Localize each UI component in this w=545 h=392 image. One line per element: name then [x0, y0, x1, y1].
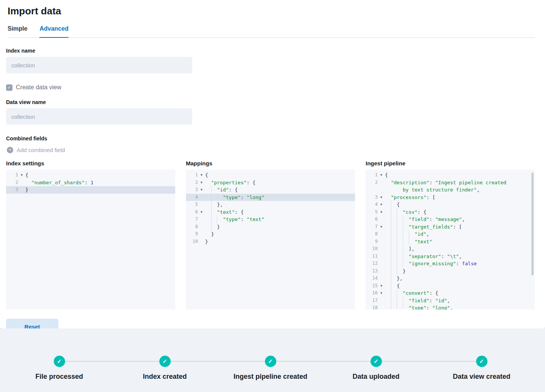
code-line[interactable]: 1{ [366, 171, 535, 179]
code-token: "type" [409, 304, 427, 310]
line-number: 2 [186, 179, 198, 187]
fold-toggle-icon[interactable] [378, 201, 385, 208]
code-token: } [25, 186, 28, 194]
code-line[interactable]: 11"separator": "\t", [366, 253, 535, 260]
tab-simple[interactable]: Simple [8, 23, 27, 37]
code-token: } [205, 238, 208, 246]
line-number: 8 [366, 230, 378, 238]
fold-spacer [198, 238, 205, 246]
code-token: : [429, 297, 435, 305]
code-line[interactable]: 6"text": { [186, 208, 355, 216]
fold-toggle-icon[interactable] [378, 289, 385, 297]
indent-guide [397, 238, 403, 246]
code-token: } [403, 268, 406, 275]
code-line[interactable]: 2"description": "Ingest pipeline created [366, 179, 535, 187]
mappings-editor[interactable]: 1{2"properties": {3"id": {4"type": "long… [186, 170, 355, 310]
indent-guide [391, 208, 397, 216]
code-line[interactable]: 8} [186, 223, 355, 231]
code-token: "field" [409, 297, 430, 305]
code-line[interactable]: by text structure finder", [366, 186, 535, 194]
index-name-label: Index name [6, 48, 535, 54]
indent-guide [391, 238, 397, 246]
fold-toggle-icon[interactable] [198, 208, 205, 216]
code-line[interactable]: 10} [186, 238, 355, 246]
indent-guide [391, 245, 397, 253]
code-line[interactable]: 12"ignore_missing": false [366, 260, 535, 268]
indent-guide [403, 297, 409, 305]
code-token: , [447, 297, 450, 305]
fold-spacer [378, 179, 385, 187]
code-token: { [205, 171, 208, 179]
code-line[interactable]: 3"id": { [186, 186, 355, 194]
data-view-name-input[interactable] [6, 108, 192, 125]
code-line[interactable]: 1{ [186, 171, 355, 179]
fold-toggle-icon[interactable] [18, 171, 25, 179]
indent-guide [397, 208, 403, 216]
code-line[interactable]: 9"text" [366, 238, 535, 246]
fold-toggle-icon[interactable] [198, 186, 205, 194]
fold-spacer [18, 179, 25, 187]
code-line[interactable]: 3"processors": [ [366, 194, 535, 201]
code-token: , [427, 230, 430, 238]
indent-guide [397, 230, 403, 238]
indent-guide [211, 201, 217, 208]
code-line[interactable]: 5}, [186, 201, 355, 208]
code-line[interactable]: 4{ [366, 201, 535, 208]
code-line[interactable]: 14}, [366, 275, 535, 282]
code-line[interactable]: 2"number_of_shards": 1 [6, 179, 175, 187]
code-line[interactable]: 9} [186, 230, 355, 238]
code-token: "convert" [403, 289, 429, 297]
fold-toggle-icon[interactable] [198, 171, 205, 179]
step-complete-check-icon [265, 356, 276, 367]
line-number: 11 [366, 253, 378, 260]
fold-toggle-icon[interactable] [198, 179, 205, 187]
code-line[interactable]: 7"type": "text" [186, 216, 355, 223]
code-text: "field": "id", [385, 297, 450, 305]
code-line[interactable]: 6"field": "message", [366, 216, 535, 223]
fold-toggle-icon[interactable] [378, 282, 385, 290]
fold-toggle-icon[interactable] [378, 194, 385, 201]
code-line[interactable]: 5"csv": { [366, 208, 535, 216]
code-token: by text structure finder" [403, 186, 477, 194]
code-text: "csv": { [385, 208, 427, 216]
indent-guide [391, 201, 397, 208]
code-line[interactable]: 18"type": "long", [366, 304, 535, 310]
code-text: "description": "Ingest pipeline created [385, 179, 506, 187]
index-settings-editor[interactable]: 1{2"number_of_shards": 13} [6, 170, 175, 310]
fold-toggle-icon[interactable] [378, 208, 385, 216]
code-line[interactable]: 16"convert": { [366, 289, 535, 297]
scrollbar-thumb[interactable] [531, 173, 534, 275]
code-line[interactable]: 13} [366, 268, 535, 275]
line-number: 17 [366, 297, 378, 305]
code-text: "id": { [205, 186, 238, 194]
step-label: Index created [143, 373, 187, 381]
indent-guide [391, 216, 397, 223]
code-line[interactable]: 10], [366, 245, 535, 253]
code-text: "target_fields": [ [385, 223, 462, 231]
code-line[interactable]: 1{ [6, 171, 175, 179]
indent-guide [391, 289, 397, 297]
code-line[interactable]: 15{ [366, 282, 535, 290]
code-line[interactable]: 8"id", [366, 230, 535, 238]
code-line[interactable]: 2"properties": { [186, 179, 355, 187]
code-token: "processors" [391, 194, 427, 201]
code-token: "text" [247, 216, 265, 223]
create-data-view-checkbox[interactable] [6, 84, 12, 91]
tab-advanced[interactable]: Advanced [39, 23, 68, 38]
code-token: "Ingest pipeline created [435, 179, 506, 187]
add-combined-field-button[interactable]: Add combined field [7, 147, 65, 153]
code-text: "processors": [ [385, 194, 435, 201]
fold-spacer [378, 268, 385, 275]
code-line[interactable]: 7"target_fields": [ [366, 223, 535, 231]
indent-guide [391, 253, 397, 260]
code-text: { [385, 282, 400, 290]
fold-toggle-icon[interactable] [378, 223, 385, 231]
code-line-highlighted[interactable]: 3} [6, 186, 175, 194]
ingest-pipeline-editor[interactable]: 1{2"description": "Ingest pipeline creat… [366, 170, 535, 310]
index-name-input[interactable] [6, 57, 192, 73]
code-line[interactable]: 17"field": "id", [366, 297, 535, 305]
import-data-panel: Import data Simple Advanced Index name C… [0, 0, 545, 328]
stepper-step: File processed [6, 356, 112, 381]
fold-toggle-icon[interactable] [378, 171, 385, 179]
code-line-highlighted[interactable]: 4"type": "long" [186, 194, 355, 201]
